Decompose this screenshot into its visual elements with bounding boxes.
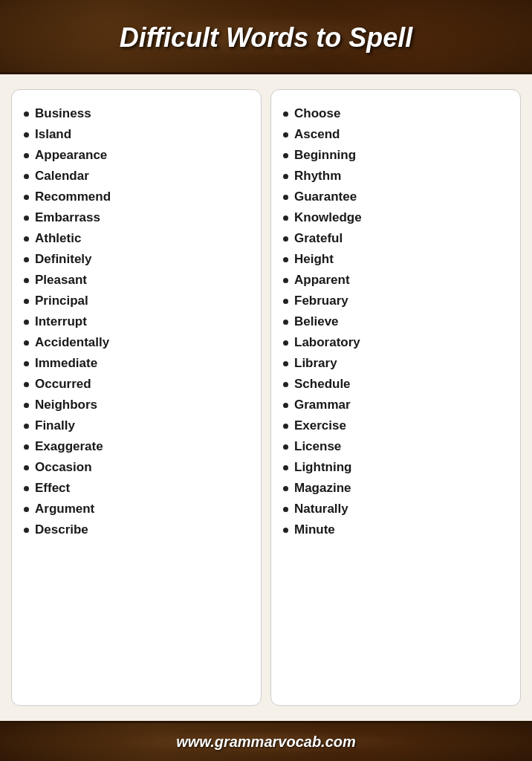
list-item: Business — [24, 103, 249, 124]
bullet-icon — [24, 257, 29, 262]
word-label: Definitely — [35, 252, 92, 267]
list-item: February — [283, 291, 508, 311]
page-title: Difficult Words to Spell — [15, 22, 517, 54]
word-label: Believe — [294, 314, 339, 329]
word-label: Effect — [35, 481, 70, 496]
left-column: BusinessIslandAppearanceCalendarRecommen… — [11, 89, 262, 706]
word-label: Embarrass — [35, 210, 100, 225]
bullet-icon — [24, 528, 29, 533]
list-item: Lightning — [283, 457, 508, 478]
word-label: Naturally — [294, 502, 348, 516]
word-label: Ascend — [294, 127, 340, 142]
header: Difficult Words to Spell — [0, 0, 532, 74]
list-item: Rhythm — [283, 166, 508, 187]
word-label: Calendar — [35, 169, 89, 184]
list-item: Guarantee — [283, 187, 508, 207]
word-label: Beginning — [294, 148, 356, 163]
bullet-icon — [24, 111, 29, 117]
word-label: Grateful — [294, 231, 343, 246]
main-content: BusinessIslandAppearanceCalendarRecommen… — [0, 74, 532, 721]
bullet-icon — [283, 507, 288, 512]
bullet-icon — [283, 195, 288, 200]
word-label: Finally — [35, 418, 75, 433]
word-label: Pleasant — [35, 273, 87, 288]
bullet-icon — [283, 528, 288, 533]
word-label: Occurred — [35, 377, 91, 392]
list-item: Magazine — [283, 478, 508, 499]
word-label: Exaggerate — [35, 439, 103, 454]
word-label: Interrupt — [35, 314, 87, 329]
bullet-icon — [283, 299, 288, 304]
bullet-icon — [24, 174, 29, 179]
list-item: Neighbors — [24, 395, 249, 415]
list-item: Exaggerate — [24, 436, 249, 457]
bullet-icon — [24, 132, 29, 137]
word-label: Immediate — [35, 356, 97, 371]
bullet-icon — [283, 236, 288, 242]
list-item: Laboratory — [283, 332, 508, 353]
word-label: Library — [294, 356, 337, 371]
bullet-icon — [24, 236, 29, 242]
bullet-icon — [283, 382, 288, 387]
list-item: Ascend — [283, 124, 508, 145]
bullet-icon — [283, 153, 288, 158]
list-item: Apparent — [283, 270, 508, 291]
word-label: Magazine — [294, 481, 351, 496]
list-item: Choose — [283, 103, 508, 124]
word-label: Business — [35, 106, 91, 121]
bullet-icon — [24, 278, 29, 283]
list-item: Beginning — [283, 145, 508, 166]
bullet-icon — [24, 382, 29, 387]
word-label: Schedule — [294, 377, 351, 392]
bullet-icon — [283, 465, 288, 470]
bullet-icon — [283, 424, 288, 429]
list-item: Exercise — [283, 415, 508, 436]
word-label: Argument — [35, 502, 94, 516]
list-item: Argument — [24, 499, 249, 519]
bullet-icon — [24, 465, 29, 470]
word-label: Grammar — [294, 398, 351, 412]
list-item: Height — [283, 249, 508, 270]
list-item: Schedule — [283, 374, 508, 395]
bullet-icon — [24, 320, 29, 325]
list-item: Grammar — [283, 395, 508, 415]
word-label: February — [294, 294, 348, 308]
bullet-icon — [283, 361, 288, 366]
bullet-icon — [24, 216, 29, 221]
word-label: Athletic — [35, 231, 81, 246]
list-item: Recommend — [24, 187, 249, 207]
list-item: Finally — [24, 415, 249, 436]
bullet-icon — [24, 403, 29, 408]
list-item: Knowledge — [283, 207, 508, 228]
word-label: Minute — [294, 522, 335, 537]
bullet-icon — [283, 403, 288, 408]
word-label: Knowledge — [294, 210, 362, 225]
list-item: Immediate — [24, 353, 249, 374]
bullet-icon — [24, 299, 29, 304]
list-item: Minute — [283, 519, 508, 540]
word-label: Exercise — [294, 418, 346, 433]
bullet-icon — [283, 486, 288, 491]
footer-url: www.grammarvocab.com — [15, 734, 517, 751]
word-label: Island — [35, 127, 71, 142]
list-item: Believe — [283, 311, 508, 332]
word-label: Neighbors — [35, 398, 97, 412]
list-item: Occurred — [24, 374, 249, 395]
bullet-icon — [24, 195, 29, 200]
word-label: Occasion — [35, 460, 92, 475]
word-label: Describe — [35, 522, 88, 537]
list-item: Principal — [24, 291, 249, 311]
list-item: Island — [24, 124, 249, 145]
bullet-icon — [283, 132, 288, 137]
bullet-icon — [24, 424, 29, 429]
list-item: Appearance — [24, 145, 249, 166]
list-item: Library — [283, 353, 508, 374]
bullet-icon — [283, 174, 288, 179]
word-label: Accidentally — [35, 335, 109, 350]
word-label: Appearance — [35, 148, 107, 163]
list-item: Accidentally — [24, 332, 249, 353]
bullet-icon — [24, 153, 29, 158]
bullet-icon — [283, 216, 288, 221]
list-item: Embarrass — [24, 207, 249, 228]
list-item: Pleasant — [24, 270, 249, 291]
